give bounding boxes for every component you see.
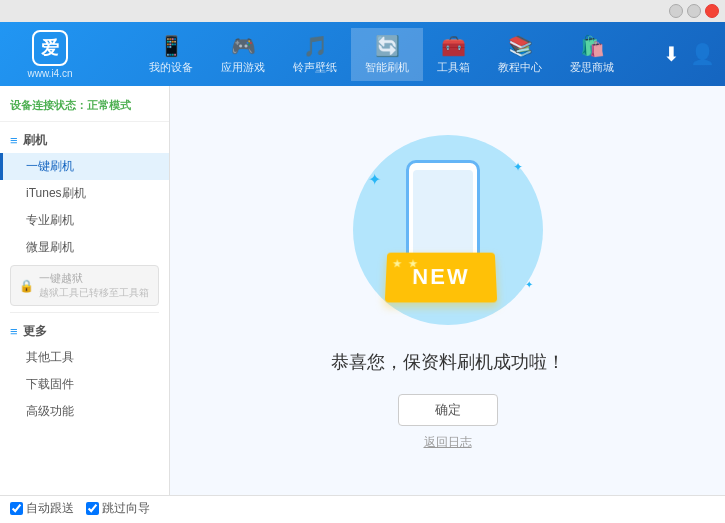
- sparkle-bottom-right-icon: ✦: [525, 279, 533, 290]
- sidebar-item-ipsw-flash[interactable]: 微显刷机: [0, 234, 169, 261]
- more-section-header: ≡ 更多: [0, 319, 169, 344]
- lock-icon: 🔒: [19, 279, 34, 293]
- skip-guide-checkbox[interactable]: 跳过向导: [86, 500, 150, 517]
- sidebar-item-other-tools[interactable]: 其他工具: [0, 344, 169, 371]
- header-right: ⬇ 👤: [663, 42, 715, 66]
- phone-screen: [413, 170, 473, 265]
- main-container: 设备连接状态：正常模式 ≡ 刷机 一键刷机 iTunes刷机 专业刷机 微显刷机…: [0, 86, 725, 495]
- auto-follow-label: 自动跟送: [26, 500, 74, 517]
- locked-sub: 越狱工具已转移至工具箱: [39, 286, 149, 300]
- close-button[interactable]: [705, 4, 719, 18]
- download-icon[interactable]: ⬇: [663, 42, 680, 66]
- banner-shape: ★ ★ NEW: [384, 253, 496, 303]
- flash-section-icon: ≡: [10, 133, 18, 148]
- tutorial-icon: 📚: [508, 34, 533, 58]
- bottom-bar: 自动跟送 跳过向导 📱 iPhone 12 mini 64GB Down-12m…: [0, 495, 725, 523]
- flash-section-label: 刷机: [23, 132, 47, 149]
- sidebar: 设备连接状态：正常模式 ≡ 刷机 一键刷机 iTunes刷机 专业刷机 微显刷机…: [0, 86, 170, 495]
- status-label: 设备连接状态：: [10, 99, 87, 111]
- sparkle-top-right-icon: ✦: [513, 160, 523, 174]
- sparkle-top-left-icon: ✦: [368, 170, 381, 189]
- locked-jailbreak-box: 🔒 一键越狱 越狱工具已转移至工具箱: [10, 265, 159, 306]
- itunes-flash-label: iTunes刷机: [26, 186, 86, 200]
- advanced-label: 高级功能: [26, 404, 74, 418]
- nav-tutorial-label: 教程中心: [498, 60, 542, 75]
- back-link[interactable]: 返回日志: [424, 434, 472, 451]
- phone-illustration: ✦ ✦ ✦ ★ ★ NEW: [348, 130, 548, 330]
- user-icon[interactable]: 👤: [690, 42, 715, 66]
- sidebar-item-one-click-flash[interactable]: 一键刷机: [0, 153, 169, 180]
- sidebar-item-pro-flash[interactable]: 专业刷机: [0, 207, 169, 234]
- my-device-icon: 📱: [159, 34, 184, 58]
- title-bar: [0, 0, 725, 22]
- success-message: 恭喜您，保资料刷机成功啦！: [331, 350, 565, 374]
- new-banner: ★ ★ NEW: [386, 252, 496, 302]
- nav-ringtones-label: 铃声壁纸: [293, 60, 337, 75]
- nav-my-device-label: 我的设备: [149, 60, 193, 75]
- smart-flash-icon: 🔄: [375, 34, 400, 58]
- nav-ringtones[interactable]: 🎵 铃声壁纸: [279, 28, 351, 81]
- banner-stars: ★ ★: [392, 258, 419, 269]
- logo-url: www.i4.cn: [27, 68, 72, 79]
- locked-label: 一键越狱: [39, 271, 149, 286]
- one-click-flash-label: 一键刷机: [26, 159, 74, 173]
- device-status: 设备连接状态：正常模式: [0, 94, 169, 122]
- new-badge-text: NEW: [411, 264, 469, 290]
- content-area: ✦ ✦ ✦ ★ ★ NEW 恭喜您，保资料刷机成功啦！ 确定 返回日志: [170, 86, 725, 495]
- pro-flash-label: 专业刷机: [26, 213, 74, 227]
- auto-follow-input[interactable]: [10, 502, 23, 515]
- nav-toolbox[interactable]: 🧰 工具箱: [423, 28, 484, 81]
- toolbox-icon: 🧰: [441, 34, 466, 58]
- apps-games-icon: 🎮: [231, 34, 256, 58]
- confirm-button-label: 确定: [435, 401, 461, 419]
- checkboxes-row: 自动跟送 跳过向导: [10, 500, 715, 517]
- minimize-button[interactable]: [669, 4, 683, 18]
- nav-smart-flash[interactable]: 🔄 智能刷机: [351, 28, 423, 81]
- auto-follow-checkbox[interactable]: 自动跟送: [10, 500, 74, 517]
- nav-tutorial[interactable]: 📚 教程中心: [484, 28, 556, 81]
- nav-apps-games[interactable]: 🎮 应用游戏: [207, 28, 279, 81]
- skip-guide-input[interactable]: [86, 502, 99, 515]
- header: 爱 www.i4.cn 📱 我的设备 🎮 应用游戏 🎵 铃声壁纸 🔄 智能刷机 …: [0, 22, 725, 86]
- sidebar-divider: [10, 312, 159, 313]
- nav-mall-label: 爱思商城: [570, 60, 614, 75]
- sidebar-item-itunes-flash[interactable]: iTunes刷机: [0, 180, 169, 207]
- status-value: 正常模式: [87, 99, 131, 111]
- more-section-label: 更多: [23, 323, 47, 340]
- more-section-icon: ≡: [10, 324, 18, 339]
- download-firmware-label: 下载固件: [26, 377, 74, 391]
- nav-bar: 📱 我的设备 🎮 应用游戏 🎵 铃声壁纸 🔄 智能刷机 🧰 工具箱 📚 教程中心…: [100, 28, 663, 81]
- mall-icon: 🛍️: [580, 34, 605, 58]
- skip-guide-label: 跳过向导: [102, 500, 150, 517]
- confirm-button[interactable]: 确定: [398, 394, 498, 426]
- nav-smart-flash-label: 智能刷机: [365, 60, 409, 75]
- ringtones-icon: 🎵: [303, 34, 328, 58]
- nav-toolbox-label: 工具箱: [437, 60, 470, 75]
- sidebar-item-advanced[interactable]: 高级功能: [0, 398, 169, 425]
- flash-section-header: ≡ 刷机: [0, 128, 169, 153]
- sidebar-item-download-firmware[interactable]: 下载固件: [0, 371, 169, 398]
- logo-icon: 爱: [32, 30, 68, 66]
- nav-apps-games-label: 应用游戏: [221, 60, 265, 75]
- restore-button[interactable]: [687, 4, 701, 18]
- logo[interactable]: 爱 www.i4.cn: [10, 30, 90, 79]
- other-tools-label: 其他工具: [26, 350, 74, 364]
- nav-mall[interactable]: 🛍️ 爱思商城: [556, 28, 628, 81]
- nav-my-device[interactable]: 📱 我的设备: [135, 28, 207, 81]
- ipsw-flash-label: 微显刷机: [26, 240, 74, 254]
